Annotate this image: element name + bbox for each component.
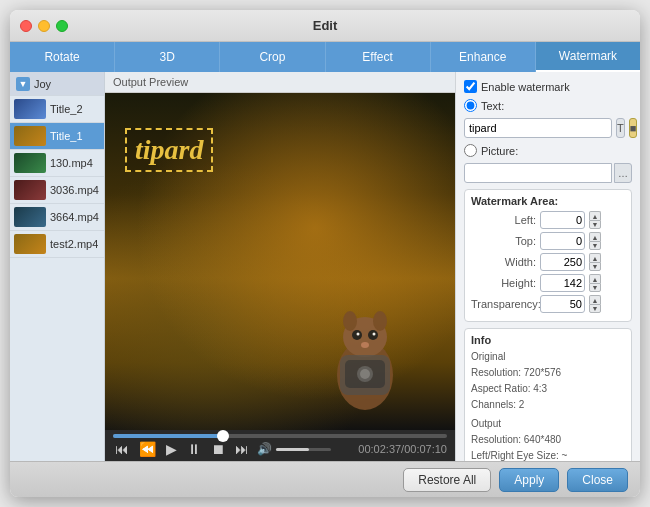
tab-enhance[interactable]: Enhance	[431, 42, 536, 72]
top-spin-down[interactable]: ▼	[589, 241, 601, 250]
time-display: 00:02:37/00:07:10	[358, 443, 447, 455]
transparency-label: Transparency:	[471, 298, 536, 310]
text-input[interactable]	[464, 118, 612, 138]
picture-path-input[interactable]	[464, 163, 612, 183]
info-section: Info Original Resolution: 720*576 Aspect…	[464, 328, 632, 461]
tab-watermark[interactable]: Watermark	[536, 42, 640, 72]
close-window-button[interactable]	[20, 20, 32, 32]
video-area: Output Preview tipard	[105, 72, 455, 461]
sidebar: ▼ Joy Title_2 Title_1 130.mp4 3036.mp4	[10, 72, 105, 461]
height-spinner: ▲ ▼	[589, 274, 601, 292]
height-spin-up[interactable]: ▲	[589, 274, 601, 283]
svg-point-3	[373, 311, 387, 331]
sidebar-item-file4[interactable]: test2.mp4	[10, 231, 104, 258]
apply-button[interactable]: Apply	[499, 468, 559, 492]
close-button[interactable]: Close	[567, 468, 628, 492]
picture-label[interactable]: Picture:	[481, 145, 518, 157]
info-original-channels: Channels: 2	[471, 397, 625, 413]
left-spin-down[interactable]: ▼	[589, 220, 601, 229]
restore-all-button[interactable]: Restore All	[403, 468, 491, 492]
transparency-spin-up[interactable]: ▲	[589, 295, 601, 304]
tab-effect[interactable]: Effect	[326, 42, 431, 72]
tab-3d[interactable]: 3D	[115, 42, 220, 72]
text-mode-row: Text:	[464, 99, 632, 112]
tab-rotate[interactable]: Rotate	[10, 42, 115, 72]
main-window: Edit Rotate 3D Crop Effect Enhance Water…	[10, 10, 640, 497]
output-preview-label: Output Preview	[105, 72, 455, 93]
enable-watermark-checkbox[interactable]	[464, 80, 477, 93]
right-panel: Enable watermark Text: T ■ Picture: …	[455, 72, 640, 461]
sidebar-item-file3[interactable]: 3664.mp4	[10, 204, 104, 231]
info-output-title: Output	[471, 416, 625, 432]
left-row: Left: ▲ ▼	[471, 211, 625, 229]
stop-button[interactable]: ⏹	[209, 441, 227, 457]
left-input[interactable]	[540, 211, 585, 229]
watermark-overlay[interactable]: tipard	[125, 128, 213, 172]
sidebar-thumb-title2	[14, 99, 46, 119]
top-spin-up[interactable]: ▲	[589, 232, 601, 241]
volume-bar[interactable]	[276, 448, 331, 451]
folder-icon: ▼	[16, 77, 30, 91]
sidebar-thumb-file2	[14, 180, 46, 200]
top-row: Top: ▲ ▼	[471, 232, 625, 250]
enable-watermark-label[interactable]: Enable watermark	[481, 81, 570, 93]
video-frame[interactable]: tipard	[105, 93, 455, 430]
sidebar-item-file1[interactable]: 130.mp4	[10, 150, 104, 177]
transparency-spin-down[interactable]: ▼	[589, 304, 601, 313]
height-label: Height:	[471, 277, 536, 289]
height-input[interactable]	[540, 274, 585, 292]
sidebar-label-file2: 3036.mp4	[50, 184, 99, 196]
play-button[interactable]: ▶	[164, 441, 179, 457]
top-input[interactable]	[540, 232, 585, 250]
watermark-area-title: Watermark Area:	[471, 195, 625, 207]
left-label: Left:	[471, 214, 536, 226]
progress-bar[interactable]	[113, 434, 447, 438]
sidebar-label-title1: Title_1	[50, 130, 83, 142]
enable-watermark-row: Enable watermark	[464, 80, 632, 93]
info-output-resolution: Resolution: 640*480	[471, 432, 625, 448]
sidebar-group-label: Joy	[34, 78, 51, 90]
picture-radio[interactable]	[464, 144, 477, 157]
sidebar-item-file2[interactable]: 3036.mp4	[10, 177, 104, 204]
sidebar-thumb-file3	[14, 207, 46, 227]
text-color-button[interactable]: ■	[629, 118, 638, 138]
sidebar-label-file4: test2.mp4	[50, 238, 98, 250]
width-spin-up[interactable]: ▲	[589, 253, 601, 262]
width-label: Width:	[471, 256, 536, 268]
text-format-button[interactable]: T	[616, 118, 625, 138]
text-label[interactable]: Text:	[481, 100, 504, 112]
sidebar-group-joy[interactable]: ▼ Joy	[10, 72, 104, 96]
transparency-spinner: ▲ ▼	[589, 295, 601, 313]
volume-fill	[276, 448, 309, 451]
text-radio[interactable]	[464, 99, 477, 112]
width-spin-down[interactable]: ▼	[589, 262, 601, 271]
sidebar-item-title2[interactable]: Title_2	[10, 96, 104, 123]
sidebar-label-file1: 130.mp4	[50, 157, 93, 169]
skip-end-button[interactable]: ⏭	[233, 441, 251, 457]
width-input[interactable]	[540, 253, 585, 271]
skip-start-button[interactable]: ⏮	[113, 441, 131, 457]
width-row: Width: ▲ ▼	[471, 253, 625, 271]
sidebar-thumb-file4	[14, 234, 46, 254]
svg-point-8	[361, 342, 369, 348]
maximize-window-button[interactable]	[56, 20, 68, 32]
minimize-window-button[interactable]	[38, 20, 50, 32]
top-spinner: ▲ ▼	[589, 232, 601, 250]
transparency-input[interactable]	[540, 295, 585, 313]
bottom-bar: Restore All Apply Close	[10, 461, 640, 497]
left-spinner: ▲ ▼	[589, 211, 601, 229]
watermark-area-section: Watermark Area: Left: ▲ ▼ Top: ▲ ▼	[464, 189, 632, 322]
step-back-button[interactable]: ⏪	[137, 441, 158, 457]
left-spin-up[interactable]: ▲	[589, 211, 601, 220]
height-row: Height: ▲ ▼	[471, 274, 625, 292]
tab-crop[interactable]: Crop	[220, 42, 325, 72]
sidebar-item-title1[interactable]: Title_1	[10, 123, 104, 150]
pause-button[interactable]: ⏸	[185, 441, 203, 457]
progress-handle[interactable]	[217, 430, 229, 442]
title-bar: Edit	[10, 10, 640, 42]
info-original-resolution: Resolution: 720*576	[471, 365, 625, 381]
height-spin-down[interactable]: ▼	[589, 283, 601, 292]
text-input-row: T ■	[464, 118, 632, 138]
info-title: Info	[471, 334, 625, 346]
picture-browse-button[interactable]: …	[614, 163, 632, 183]
